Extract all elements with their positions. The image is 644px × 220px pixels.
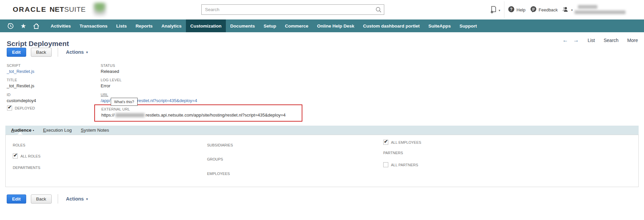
feedback-label: Feedback xyxy=(539,7,558,12)
recent-records-icon[interactable] xyxy=(7,23,14,29)
tab-execution-log[interactable]: Execution Log xyxy=(43,128,72,133)
all-employees-label: ALL EMPLOYEES xyxy=(391,140,421,144)
nav-item-online-help-desk[interactable]: Online Help Desk xyxy=(313,19,359,32)
nav-item-customization[interactable]: Customization xyxy=(186,19,226,32)
user-icon xyxy=(561,5,569,14)
subsidiaries-label: SUBSIDIARIES xyxy=(207,143,233,147)
user-menu-button[interactable]: ▾ xyxy=(561,5,573,14)
field-label: STATUS xyxy=(101,63,119,68)
field-title: TITLE _tot_Restlet.js xyxy=(7,78,34,88)
active-tab-notch xyxy=(17,132,23,135)
record-navigation: ← → List Search More xyxy=(562,37,638,43)
subtab-bar: Audience• Execution Log System Notes xyxy=(5,126,639,135)
toolbar-divider xyxy=(58,47,58,57)
user-role-blurred xyxy=(575,10,626,14)
help-button[interactable]: ? Help xyxy=(508,6,526,13)
global-search xyxy=(201,4,384,15)
edit-button[interactable]: Edit xyxy=(7,194,26,204)
feedback-button[interactable]: Feedback xyxy=(530,6,558,13)
field-value: customdeploy4 xyxy=(7,98,36,103)
nav-item-custom-dashboard-portlet[interactable]: Custom dashboard portlet xyxy=(359,19,424,32)
back-button[interactable]: Back xyxy=(31,48,52,57)
main-navigation: ★ Activities Transactions Lists Reports … xyxy=(0,19,644,32)
roles-label: ROLES xyxy=(13,143,25,147)
nav-item-documents[interactable]: Documents xyxy=(226,19,259,32)
search-icon[interactable] xyxy=(375,6,382,14)
nav-item-suiteapps[interactable]: SuiteApps xyxy=(424,19,455,32)
shortcuts-star-icon[interactable]: ★ xyxy=(20,23,26,29)
audience-panel: ROLES ALL ROLES DEPARTMENTS SUBSIDIARIES… xyxy=(5,135,639,187)
company-logo-blurred xyxy=(93,3,106,16)
all-roles-checkbox[interactable] xyxy=(13,153,18,159)
search-link[interactable]: Search xyxy=(604,38,618,43)
nav-item-reports[interactable]: Reports xyxy=(131,19,157,32)
all-employees-checkbox[interactable] xyxy=(383,140,388,145)
nav-icon-group: ★ xyxy=(0,19,46,32)
actions-menu-button[interactable]: Actions▾ xyxy=(66,49,88,55)
feedback-icon xyxy=(530,6,537,13)
nav-item-lists[interactable]: Lists xyxy=(112,19,131,32)
field-value: Released xyxy=(101,69,119,74)
all-partners-label: ALL PARTNERS xyxy=(391,163,418,167)
quick-add-button[interactable]: ▾ xyxy=(490,6,500,14)
nav-item-activities[interactable]: Activities xyxy=(46,19,75,32)
nav-item-support[interactable]: Support xyxy=(455,19,481,32)
user-name-blurred xyxy=(578,5,597,9)
employees-label: EMPLOYEES xyxy=(207,172,230,176)
actions-menu-button[interactable]: Actions▾ xyxy=(66,196,88,202)
tab-menu-dot: • xyxy=(33,129,34,132)
list-link[interactable]: List xyxy=(588,38,595,43)
deployed-checkbox[interactable] xyxy=(7,105,12,111)
all-roles-row: ALL ROLES xyxy=(13,153,41,159)
url-help-label[interactable]: URL xyxy=(101,93,197,97)
chevron-down-icon: ▾ xyxy=(499,9,500,12)
svg-text:?: ? xyxy=(510,7,512,12)
help-label: Help xyxy=(516,7,526,12)
home-icon[interactable] xyxy=(33,23,40,29)
external-url-annotation-box: EXTERNAL URL https://restlets.api.netsui… xyxy=(94,104,302,122)
chevron-down-icon: ▾ xyxy=(86,50,88,54)
field-log-level: LOG LEVEL Error xyxy=(101,78,121,88)
external-url-value: https://restlets.api.netsuite.com/app/si… xyxy=(101,113,302,118)
departments-label: DEPARTMENTS xyxy=(13,166,40,170)
groups-label: GROUPS xyxy=(207,157,223,161)
partners-label: PARTNERS xyxy=(383,151,403,155)
deployed-label: DEPLOYED xyxy=(15,106,35,110)
all-employees-row: ALL EMPLOYEES xyxy=(383,140,421,145)
top-bar: ORACLENETSUITE ▾ ? Help Feedback ▾ xyxy=(0,0,644,19)
nav-item-transactions[interactable]: Transactions xyxy=(75,19,112,32)
field-label: LOG LEVEL xyxy=(101,78,121,82)
all-partners-checkbox[interactable] xyxy=(383,162,388,167)
toolbar-bottom: Edit Back Actions▾ xyxy=(7,194,88,204)
more-link[interactable]: More xyxy=(627,38,638,43)
chevron-down-icon: ▾ xyxy=(86,197,88,201)
all-partners-row: ALL PARTNERS xyxy=(383,162,418,167)
field-label: ID xyxy=(7,93,36,97)
topbar-divider xyxy=(504,1,504,18)
all-roles-label: ALL ROLES xyxy=(20,154,41,158)
toolbar-top: Edit Back Actions▾ xyxy=(7,47,88,57)
edit-button[interactable]: Edit xyxy=(7,48,26,57)
whats-this-tooltip: What's this? xyxy=(111,98,138,106)
field-status: STATUS Released xyxy=(101,63,119,74)
previous-record-icon[interactable]: ← xyxy=(562,37,568,43)
netsuite-logo: ORACLENETSUITE xyxy=(13,5,86,13)
page-title: Script Deployment xyxy=(7,40,69,48)
search-input[interactable] xyxy=(202,5,371,14)
next-record-icon[interactable]: → xyxy=(573,37,579,43)
field-deployed: DEPLOYED xyxy=(7,105,35,111)
field-value: Error xyxy=(101,83,121,88)
account-id-blurred xyxy=(115,113,145,117)
quick-add-icon xyxy=(490,6,497,14)
nav-item-commerce[interactable]: Commerce xyxy=(281,19,313,32)
script-link[interactable]: _tot_Restlet.js xyxy=(7,69,34,74)
field-label: TITLE xyxy=(7,78,34,82)
nav-item-setup[interactable]: Setup xyxy=(259,19,281,32)
back-button[interactable]: Back xyxy=(31,194,52,204)
tab-system-notes[interactable]: System Notes xyxy=(81,128,109,133)
help-icon: ? xyxy=(508,6,514,13)
toolbar-divider xyxy=(58,194,58,204)
nav-item-analytics[interactable]: Analytics xyxy=(157,19,186,32)
field-id: ID customdeploy4 xyxy=(7,93,36,103)
field-script: SCRIPT _tot_Restlet.js xyxy=(7,63,34,74)
